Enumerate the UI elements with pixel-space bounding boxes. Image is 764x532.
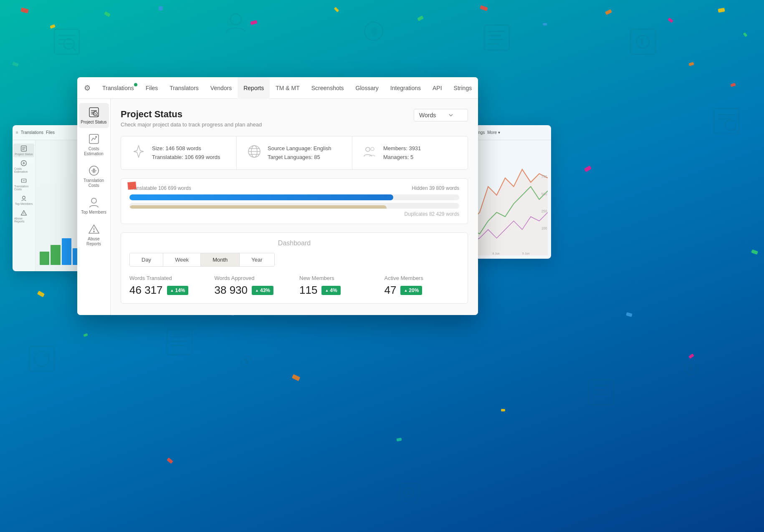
globe-icon <box>247 144 262 162</box>
nav-item-tm-mt[interactable]: TM & MT <box>270 77 306 99</box>
nav-item-glossary[interactable]: Glossary <box>350 77 385 99</box>
dashboard-section: Dashboard Day Week Month Year Words Tran… <box>121 232 468 304</box>
svg-text:$: $ <box>372 26 377 36</box>
page-title: Project Status <box>121 109 262 120</box>
page-subtitle: Check major project data to track progre… <box>121 121 262 128</box>
nav-item-integrations[interactable]: Integrations <box>385 77 427 99</box>
svg-text:!: ! <box>407 489 409 496</box>
metric-label-active-members: Active Members <box>385 275 460 281</box>
sidebar-label-abuse-reports: Abuse Reports <box>81 237 107 247</box>
confetti-piece <box>688 62 694 66</box>
confetti-piece <box>668 18 673 23</box>
nav-item-screenshots[interactable]: Screenshots <box>306 77 350 99</box>
svg-rect-42 <box>21 146 27 151</box>
small-nav-right-more: More ▾ <box>487 130 500 135</box>
metric-value-words-approved: 38 930 <box>215 284 248 297</box>
metric-value-row-2: 115 4% <box>299 284 374 297</box>
main-content: Project Status Check major project data … <box>111 99 478 315</box>
confetti-piece <box>584 166 592 172</box>
nav-item-translations[interactable]: Translations <box>96 77 140 99</box>
sticky-note-decoration <box>127 182 136 190</box>
stat-text-members: Members: 3931 Managers: 5 <box>383 144 421 162</box>
confetti-piece <box>718 8 725 13</box>
metric-badge-words-approved: 43% <box>252 286 273 295</box>
people-icon <box>362 144 377 162</box>
sidebar-label-project-status: Project Status <box>81 120 106 125</box>
small-sidebar-label-5: Abuse Reports <box>14 217 33 223</box>
nav-item-files[interactable]: Files <box>140 77 164 99</box>
confetti-piece <box>37 291 45 298</box>
small-nav-files: Files <box>46 130 55 135</box>
confetti-piece <box>743 32 747 37</box>
svg-point-70 <box>91 198 96 203</box>
duplicates-label: Duplicates 82 429 words <box>129 211 459 217</box>
metric-badge-words-translated: 14% <box>167 286 189 295</box>
svg-text:!: ! <box>641 37 643 46</box>
sidebar-label-translation-costs: Translation Costs <box>81 178 107 188</box>
nav-item-more[interactable]: More ▾ <box>478 77 478 99</box>
progress-fill-tan <box>129 205 387 209</box>
metric-label-words-translated: Words Translated <box>129 275 205 281</box>
confetti-piece <box>334 7 339 13</box>
confetti-piece <box>250 20 258 25</box>
stat-text-language: Source Language: English Target Language… <box>268 144 331 162</box>
navbar: ⚙ Translations Files Translators Vendors… <box>77 77 478 99</box>
confetti-piece <box>83 333 88 337</box>
stat-item-members: Members: 3931 Managers: 5 <box>352 136 468 169</box>
translations-badge <box>134 83 137 86</box>
confetti-piece <box>292 374 301 381</box>
confetti-piece <box>626 312 632 317</box>
tab-row: Day Week Month Year <box>129 253 275 267</box>
nav-item-api[interactable]: API <box>427 77 448 99</box>
svg-line-65 <box>97 115 98 116</box>
confetti-piece <box>417 15 424 21</box>
progress-bar-duplicates <box>129 203 459 209</box>
small-sidebar-translation-costs[interactable]: Translation Costs <box>13 176 34 192</box>
small-sidebar-abuse-reports[interactable]: Abuse Reports <box>13 208 34 224</box>
words-select[interactable]: Words <box>414 109 468 121</box>
tab-month[interactable]: Month <box>201 253 240 266</box>
nav-item-reports[interactable]: Reports <box>238 77 270 99</box>
sidebar-item-project-status[interactable]: Project Status <box>79 103 109 128</box>
main-window: ⚙ Translations Files Translators Vendors… <box>77 77 478 315</box>
svg-line-22 <box>734 129 737 131</box>
metric-active-members: Active Members 47 20% <box>385 275 460 297</box>
metric-new-members: New Members 115 4% <box>299 275 374 297</box>
svg-text:$: $ <box>689 363 693 372</box>
metric-badge-active-members: 20% <box>400 286 422 295</box>
sidebar-label-top-members: Top Members <box>81 210 106 215</box>
svg-point-79 <box>366 147 370 151</box>
nav-hamburger-icon[interactable]: ⚙ <box>84 83 91 93</box>
sidebar-label-costs-estimation: Costs Estimation <box>81 146 107 156</box>
metric-label-new-members: New Members <box>299 275 374 281</box>
sidebar-item-translation-costs[interactable]: Translation Costs <box>79 161 109 192</box>
small-sidebar-label-2: Costs Estimation <box>14 167 33 173</box>
svg-rect-33 <box>400 483 419 502</box>
tab-day[interactable]: Day <box>130 253 163 266</box>
tab-week[interactable]: Week <box>163 253 201 266</box>
small-sidebar-label-4: Top Members <box>15 202 33 205</box>
confetti-piece <box>12 62 19 67</box>
nav-item-vendors[interactable]: Vendors <box>205 77 238 99</box>
sidebar-item-costs-estimation[interactable]: Costs Estimation <box>79 130 109 160</box>
sidebar-item-abuse-reports[interactable]: Abuse Reports <box>79 220 109 250</box>
svg-point-34 <box>405 488 414 497</box>
svg-text:$: $ <box>244 357 248 365</box>
content-area: Project Status Costs Estimation Translat… <box>77 99 478 315</box>
small-sidebar-top-members[interactable]: Top Members <box>13 193 34 207</box>
stat-item-size: Size: 146 508 words Translatable: 106 69… <box>121 136 237 169</box>
pin-icon <box>131 144 146 162</box>
stat-text-size: Size: 146 508 words Translatable: 106 69… <box>152 144 220 162</box>
nav-item-strings[interactable]: Strings <box>448 77 478 99</box>
small-sidebar-costs-estimation[interactable]: Costs Estimation <box>13 158 34 175</box>
nav-item-translators[interactable]: Translators <box>164 77 205 99</box>
page-header-text: Project Status Check major project data … <box>121 109 262 128</box>
small-sidebar-label-1: Project Status <box>15 153 33 156</box>
svg-point-80 <box>371 147 374 151</box>
stats-row: Size: 146 508 words Translatable: 106 69… <box>121 136 468 170</box>
dashboard-title: Dashboard <box>129 240 459 247</box>
small-sidebar-project-status[interactable]: Project Status <box>13 144 34 157</box>
sidebar-item-top-members[interactable]: Top Members <box>79 193 109 218</box>
tab-year[interactable]: Year <box>240 253 274 266</box>
confetti-piece <box>20 8 29 13</box>
